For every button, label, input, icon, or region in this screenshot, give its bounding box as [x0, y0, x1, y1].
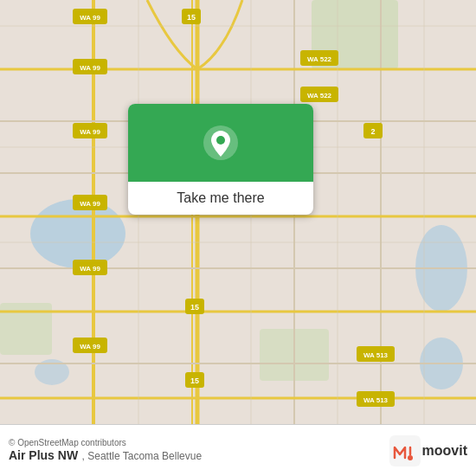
attribution-text: © OpenStreetMap contributors: [9, 438, 202, 447]
svg-text:15: 15: [187, 13, 196, 22]
svg-point-59: [408, 455, 413, 460]
svg-text:15: 15: [190, 303, 199, 312]
svg-text:WA 99: WA 99: [80, 200, 100, 208]
svg-text:WA 513: WA 513: [363, 351, 389, 359]
map-container: WA 99 15 WA 99 WA 522 WA 522 2 WA 99 WA …: [0, 0, 476, 424]
svg-text:WA 522: WA 522: [307, 55, 332, 63]
footer-info: © OpenStreetMap contributors Air Plus NW…: [9, 438, 202, 463]
moovit-logo: moovit: [389, 435, 467, 466]
map-popup: Take me there: [128, 104, 313, 215]
svg-text:WA 99: WA 99: [80, 128, 100, 136]
svg-text:WA 99: WA 99: [80, 265, 100, 273]
footer-title-area: Air Plus NW , Seattle Tacoma Bellevue: [9, 447, 202, 463]
svg-text:2: 2: [370, 127, 375, 136]
svg-text:WA 513: WA 513: [363, 396, 389, 404]
place-subtitle: , Seattle Tacoma Bellevue: [82, 450, 203, 462]
footer: © OpenStreetMap contributors Air Plus NW…: [0, 424, 476, 476]
place-title: Air Plus NW: [9, 448, 78, 462]
take-me-there-button[interactable]: Take me there: [128, 182, 313, 215]
svg-text:15: 15: [190, 376, 199, 385]
svg-point-57: [216, 136, 225, 145]
moovit-text: moovit: [422, 443, 467, 459]
svg-text:WA 99: WA 99: [80, 64, 100, 72]
svg-text:WA 99: WA 99: [80, 14, 100, 22]
svg-text:WA 522: WA 522: [307, 92, 332, 100]
moovit-logo-icon: [389, 435, 421, 466]
location-pin-icon: [202, 124, 240, 162]
svg-text:WA 99: WA 99: [80, 343, 100, 351]
popup-top: [128, 104, 313, 182]
